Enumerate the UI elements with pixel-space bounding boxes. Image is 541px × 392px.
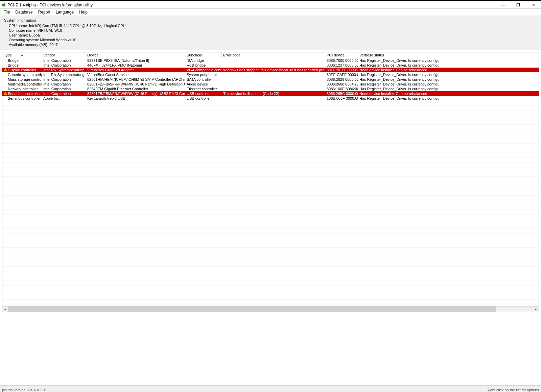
scroll-thumb[interactable]	[8, 307, 496, 312]
table-row[interactable]: Display controllerInnoTek Systemberatung…	[2, 68, 539, 72]
cell-status: Need device installer. Can be rebalanced…	[358, 68, 439, 72]
cell-pci: 106B:003F 0000:0000	[325, 96, 358, 101]
titlebar[interactable]: PCI-Z 1.4 alpha - PCI devices informatio…	[0, 1, 541, 9]
menu-help[interactable]: Help	[79, 10, 88, 15]
menu-file[interactable]: File	[3, 10, 10, 15]
svg-rect-0	[2, 4, 5, 6]
cell-err	[222, 58, 325, 63]
device-table[interactable]: Type Vendor Device Subclass Error code P…	[2, 52, 539, 312]
col-type[interactable]: Type	[2, 52, 42, 58]
maximize-icon: ❐	[516, 3, 520, 7]
cell-vendor: Intel Corporation	[42, 63, 86, 68]
cell-subclass: USB controller	[185, 91, 222, 96]
cell-err: This device is disabled. (Code 22)	[222, 91, 325, 96]
cell-vendor: Intel Corporation	[42, 87, 86, 91]
cell-device: 82540EM Gigabit Ethernet Controller	[86, 87, 185, 91]
cell-vendor: InnoTek Systemberatung GmbH	[42, 72, 86, 77]
cell-pci: 80EE:CAFE 0000:0000	[325, 72, 358, 77]
cell-err	[222, 77, 325, 82]
status-hint: Right click on the list for options	[487, 386, 539, 392]
cell-type: Display controller	[8, 68, 36, 72]
col-device[interactable]: Device	[86, 52, 185, 58]
minimize-button[interactable]: —	[495, 1, 511, 9]
cell-err	[222, 87, 325, 91]
cell-device: VirtualBox Guest Service	[86, 72, 185, 77]
cell-type: Serial bus controller	[8, 96, 41, 100]
cell-type: Bridge	[8, 63, 19, 67]
cell-pci: 8086:2829 0000:0000	[325, 77, 358, 82]
cell-subclass: System peripheral	[185, 72, 222, 77]
cell-status: Has Register_Device_Driver. Is currently…	[358, 58, 439, 63]
cell-status: Has Register_Device_Driver. Is currently…	[358, 96, 439, 101]
scroll-track[interactable]	[8, 307, 533, 312]
cell-pci: 80EE:BEEF 0000:0000	[325, 68, 358, 72]
window-title: PCI-Z 1.4 alpha - PCI devices informatio…	[7, 3, 93, 7]
cell-device: 440FX - 82441FX PMC [Natoma]	[86, 63, 185, 68]
cell-pci: 8086:100E 8086:001E	[325, 87, 358, 91]
table-row[interactable]: BridgeIntel Corporation82371SB PIIX3 ISA…	[2, 58, 539, 63]
cell-subclass: SATA controller	[185, 77, 222, 82]
col-error[interactable]: Error code	[222, 52, 325, 58]
maximize-button[interactable]: ❐	[511, 1, 526, 9]
cell-subclass: ISA bridge	[185, 58, 222, 63]
close-icon: ✕	[532, 3, 535, 7]
cell-device: 82801HM/HEM (ICH8M/ICH8M-E) SATA Control…	[86, 77, 185, 82]
status-pci-ids: pci.ids version: 2016.01.28	[2, 386, 49, 392]
cell-subclass: Audio device	[185, 82, 222, 87]
col-vendor[interactable]: Vendor	[42, 52, 86, 58]
cell-vendor: Intel Corporation	[42, 91, 86, 96]
cell-device: 82801FB/FBM/FR/FW/FRW (ICH6 Family) High…	[86, 82, 185, 87]
sysinfo-memory: Available memory (MB): 2047	[9, 42, 538, 47]
cell-status: Has Register_Device_Driver. Is currently…	[358, 82, 439, 87]
menubar: File Database Report Language Help	[0, 9, 541, 16]
cell-type: Network controller	[8, 87, 38, 91]
svg-rect-1	[3, 3, 3, 4]
table-row[interactable]: Generic system peripheralInnoTek Systemb…	[2, 72, 539, 77]
col-status[interactable]: Verbose status	[358, 52, 439, 58]
cell-vendor: Intel Corporation	[42, 58, 86, 63]
cell-status: Has Register_Device_Driver. Is currently…	[358, 77, 439, 82]
horizontal-scrollbar[interactable]: ◄ ►	[2, 306, 539, 312]
cell-err: Windows has stopped this device because …	[222, 68, 325, 72]
warning-icon	[4, 68, 7, 71]
menu-report[interactable]: Report	[38, 10, 50, 15]
cell-device: 82371SB PIIX3 ISA [Natoma/Triton II]	[86, 58, 185, 63]
cell-pci: 8086:1237 0000:0000	[325, 63, 358, 68]
menu-database[interactable]: Database	[15, 10, 32, 15]
col-pci[interactable]: PCI device	[325, 52, 358, 58]
svg-rect-2	[4, 3, 5, 4]
menu-language[interactable]: Language	[56, 10, 74, 15]
cell-status: Has Register_Device_Driver. Is currently…	[358, 63, 439, 68]
cell-type: Serial bus controller	[8, 92, 41, 96]
table-row[interactable]: Mass storage controllerIntel Corporation…	[2, 77, 539, 82]
cell-err	[222, 96, 325, 101]
sysinfo-computer: Computer name: VIRTUAL-W10	[9, 28, 538, 33]
sysinfo-header: System information	[4, 18, 538, 23]
cell-device: 82801FB/FBM/FR/FW/FRW (ICH6 Family) USB2…	[86, 91, 185, 96]
table-row[interactable]: BridgeIntel Corporation440FX - 82441FX P…	[2, 63, 539, 68]
cell-status: Need device installer. Can be rebalanced…	[358, 91, 439, 96]
col-subclass[interactable]: Subclass	[185, 52, 222, 58]
cell-device: KeyLargo/Intrepid USB	[86, 96, 185, 101]
table-row[interactable]: Serial bus controllerApple Inc.KeyLargo/…	[2, 96, 539, 101]
app-icon	[1, 3, 6, 7]
table-row[interactable]: Serial bus controllerIntel Corporation82…	[2, 91, 539, 96]
statusbar: pci.ids version: 2016.01.28 Right click …	[0, 385, 541, 392]
sysinfo-os: Operating system: Microsoft Windows 10	[9, 38, 538, 42]
cell-err	[222, 72, 325, 77]
cell-subclass: Ethernet controller	[185, 87, 222, 91]
table-row[interactable]: Multimedia controllerIntel Corporation82…	[2, 82, 539, 87]
warning-icon	[4, 92, 7, 95]
table-row[interactable]: Network controllerIntel Corporation82540…	[2, 87, 539, 91]
sysinfo-user: User name: Bubba	[9, 33, 538, 38]
scroll-left-icon[interactable]: ◄	[2, 307, 8, 312]
cell-err	[222, 63, 325, 68]
table-header: Type Vendor Device Subclass Error code P…	[2, 52, 539, 58]
cell-type: Mass storage controller	[8, 77, 42, 81]
scroll-right-icon[interactable]: ►	[533, 307, 539, 312]
cell-pci: 8086:2668 8384:7680	[325, 82, 358, 87]
cell-subclass: USB controller	[185, 96, 222, 101]
cell-vendor: Apple Inc.	[42, 96, 86, 101]
cell-type: Multimedia controller	[8, 82, 42, 86]
close-button[interactable]: ✕	[526, 1, 541, 9]
